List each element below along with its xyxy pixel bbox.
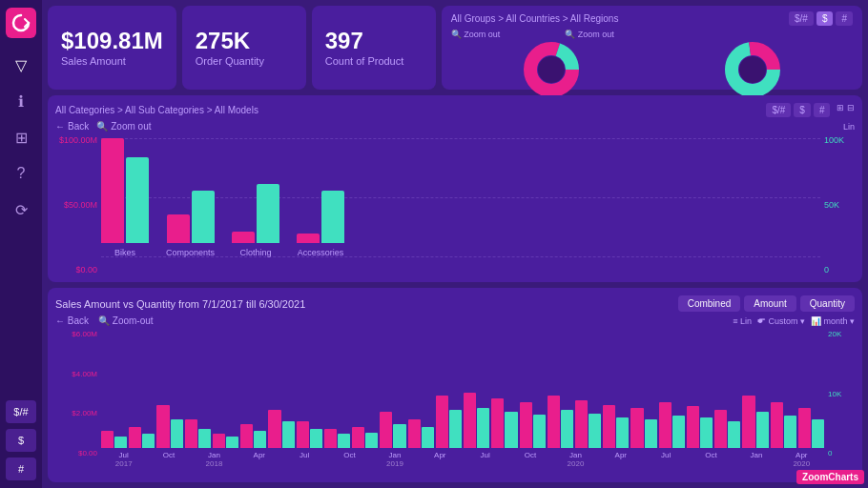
sidebar-icon-help[interactable]: ? <box>6 158 36 189</box>
bar-clothing-pink <box>232 232 255 243</box>
bar-pair-bikes <box>101 138 149 243</box>
chart-btn-dollar-hash[interactable]: $/# <box>766 103 791 117</box>
time-x-label: Apr <box>598 451 643 475</box>
chart-nav: ← Back 🔍 Zoom out Lin <box>55 121 855 132</box>
time-x-label: Jan <box>734 451 778 475</box>
time-bar-pink <box>129 427 141 448</box>
time-bar-teal <box>114 437 127 448</box>
time-bar-pink <box>268 410 280 448</box>
time-bar-pink <box>101 431 114 448</box>
chart-btn-dollar[interactable]: $ <box>794 103 811 117</box>
donut-btn-dollar[interactable]: $ <box>816 11 834 26</box>
bar-bikes-pink <box>101 138 124 243</box>
time-y-left-0: $0.00 <box>78 449 97 458</box>
time-x-label: Jul <box>463 451 507 475</box>
time-bars-inner <box>101 330 824 448</box>
time-bar-teal <box>756 412 769 448</box>
time-bar-pink <box>714 410 727 448</box>
time-bar-pink <box>297 421 309 448</box>
sidebar-icon-grid[interactable]: ⊞ <box>6 122 36 152</box>
svg-point-5 <box>739 56 766 83</box>
time-bar-pink <box>408 419 421 448</box>
kpi-product-count: 397 Count of Product <box>312 6 436 90</box>
time-bar-group <box>297 421 322 448</box>
chart-area: $100.00M $50.00M $0.00 <box>55 135 855 274</box>
time-bar-group <box>687 406 713 448</box>
view-buttons: Combined Amount Quantity <box>678 295 855 312</box>
time-bar-group <box>659 402 685 448</box>
back-button[interactable]: ← Back <box>55 121 89 132</box>
zoom-out-button[interactable]: 🔍 Zoom out <box>96 121 151 132</box>
time-x-label: Jul <box>282 451 327 475</box>
sidebar-icon-refresh[interactable]: ⟳ <box>6 194 36 225</box>
kpi-sales-amount: $109.81M Sales Amount <box>48 6 176 90</box>
view-btn-combined[interactable]: Combined <box>678 295 741 312</box>
time-bar-pink <box>520 402 532 448</box>
app-logo[interactable] <box>6 8 36 38</box>
time-bar-pink <box>185 419 197 448</box>
sidebar-icon-info[interactable]: ℹ <box>6 86 36 116</box>
donut-zoom-left[interactable]: 🔍 Zoom out <box>451 30 501 39</box>
view-btn-amount[interactable]: Amount <box>744 295 796 312</box>
lin-label: Lin <box>843 122 855 132</box>
bar-pair-clothing <box>232 184 279 243</box>
bottom-header: Sales Amount vs Quantity from 7/1/2017 t… <box>55 295 855 312</box>
time-y-right-0: 0 <box>828 449 832 458</box>
kpi-sales-label: Sales Amount <box>61 55 163 67</box>
time-bar-teal <box>310 429 322 448</box>
time-bar-teal <box>645 419 657 448</box>
bar-label-components: Components <box>166 248 215 257</box>
time-bar-teal <box>477 408 489 448</box>
chart-header: All Categories > All Sub Categories > Al… <box>55 103 855 117</box>
zoomcharts-logo: ZoomCharts <box>796 470 864 484</box>
time-zoom-button[interactable]: 🔍 Zoom-out <box>98 315 154 326</box>
view-btn-quantity[interactable]: Quantity <box>800 295 855 312</box>
y-right-0: 0 <box>824 265 829 274</box>
sidebar: ▽ ℹ ⊞ ? ⟳ $/# $ # <box>0 0 42 488</box>
donut-zoom-right[interactable]: 🔍 Zoom out <box>565 30 614 39</box>
time-bar-teal <box>700 417 713 448</box>
kpi-product-value: 397 <box>325 29 423 53</box>
donut-breadcrumb: All Groups > All Countries > All Regions <box>451 13 619 24</box>
time-bar-pink <box>436 396 448 448</box>
donut-btn-hash[interactable]: # <box>836 11 853 26</box>
sidebar-icon-filter[interactable]: ▽ <box>6 50 36 80</box>
kpi-quantity-label: Order Quantity <box>196 55 293 67</box>
time-bar-pink <box>630 408 643 448</box>
time-bar-pink <box>603 405 615 448</box>
time-bar-pink <box>548 396 560 448</box>
time-bar-teal <box>589 414 601 448</box>
kpi-order-quantity: 275K Order Quantity <box>182 6 306 90</box>
kpi-product-label: Count of Product <box>325 55 423 67</box>
chart-btn-hash[interactable]: # <box>814 103 831 117</box>
time-bar-teal <box>393 424 405 448</box>
time-bar-teal <box>142 434 155 448</box>
time-bar-teal <box>338 434 350 448</box>
y-axis-right: 100K 50K 0 <box>820 135 855 274</box>
time-bar-group <box>491 398 517 448</box>
bar-group-components: Components <box>166 191 215 257</box>
sidebar-btn-dollar-hash[interactable]: $/# <box>6 400 36 423</box>
bottom-row: Sales Amount vs Quantity from 7/1/2017 t… <box>48 288 862 482</box>
kpi-sales-value: $109.81M <box>61 29 163 53</box>
time-bar-group <box>603 405 629 448</box>
time-bar-group <box>408 419 434 448</box>
y-right-50k: 50K <box>824 200 839 210</box>
donut-btn-dollar-hash[interactable]: $/# <box>789 11 814 26</box>
time-bar-group <box>771 402 796 448</box>
time-back-button[interactable]: ← Back <box>55 315 89 326</box>
bar-clothing-teal <box>257 184 279 243</box>
time-custom-label[interactable]: 🖝 Custom ▾ <box>757 316 805 326</box>
time-bar-teal <box>505 412 517 448</box>
chart-icons: ⊞ ⊟ <box>837 103 855 117</box>
sidebar-btn-dollar[interactable]: $ <box>6 429 36 452</box>
time-month-label[interactable]: 📊 month ▾ <box>811 316 855 326</box>
donut-panel: All Groups > All Countries > All Regions… <box>442 6 862 90</box>
bar-components-teal <box>192 191 215 243</box>
time-lin-label: ≡ Lin <box>733 316 752 326</box>
time-bar-group <box>268 410 294 448</box>
time-y-left-6m: $6.00M <box>72 330 97 338</box>
time-bar-group <box>464 393 489 448</box>
sidebar-btn-hash[interactable]: # <box>6 458 36 480</box>
time-chart-area: $6.00M $4.00M $2.00M $0.00 Jul2017OctJan… <box>55 330 855 475</box>
